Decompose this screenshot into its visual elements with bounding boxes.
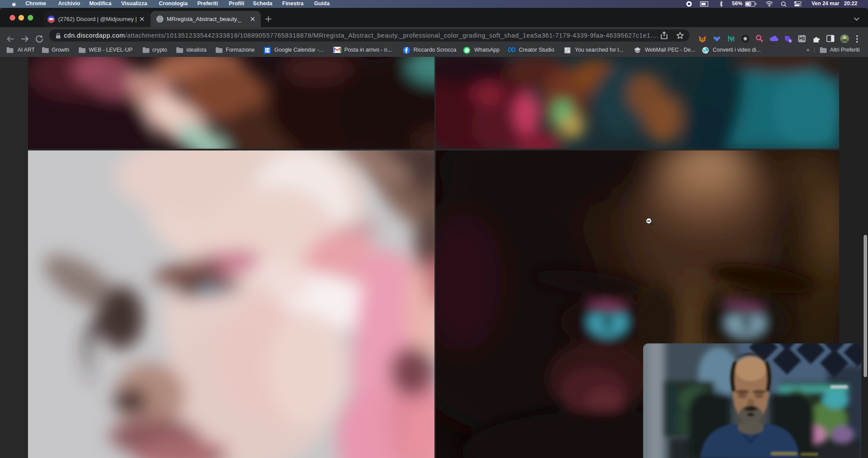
svg-text:5: 5 — [789, 39, 791, 42]
svg-text:24: 24 — [265, 48, 270, 52]
